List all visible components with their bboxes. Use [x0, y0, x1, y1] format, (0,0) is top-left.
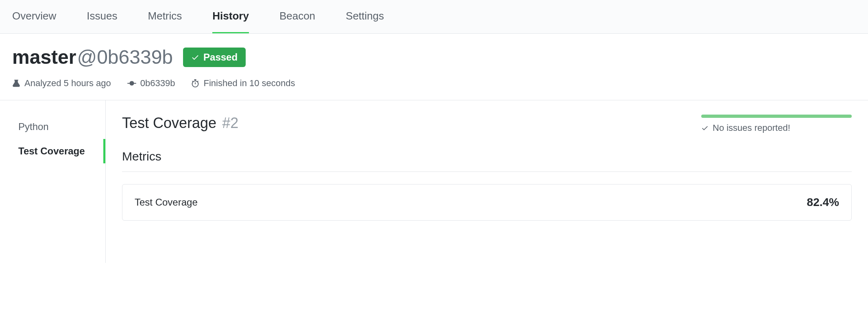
tab-beacon[interactable]: Beacon [279, 0, 315, 33]
commit-hash: 0b6339b [97, 46, 173, 68]
main-title-group: Test Coverage #2 [122, 115, 238, 132]
status-message: No issues reported! [713, 123, 790, 133]
main-header: Test Coverage #2 No issues reported! [122, 115, 852, 133]
title-row: master@0b6339b Passed [12, 46, 856, 68]
badge-label: Passed [203, 52, 238, 63]
tab-settings[interactable]: Settings [346, 0, 384, 33]
finished-meta: Finished in 10 seconds [191, 78, 295, 89]
metric-label: Test Coverage [135, 197, 198, 208]
main-content: Test Coverage #2 No issues reported! Met… [106, 100, 868, 263]
sidebar: Python Test Coverage [0, 100, 106, 263]
status-text: No issues reported! [701, 123, 852, 133]
commit-icon [127, 79, 136, 88]
finished-text: Finished in 10 seconds [203, 78, 295, 89]
meta-row: Analyzed 5 hours ago 0b6339b Finished in… [12, 78, 856, 89]
page-title: Test Coverage [122, 115, 216, 132]
tab-metrics[interactable]: Metrics [148, 0, 182, 33]
top-nav: Overview Issues Metrics History Beacon S… [0, 0, 868, 34]
branch-name: master [12, 46, 76, 68]
analyzed-meta: Analyzed 5 hours ago [12, 78, 111, 89]
status-block: No issues reported! [701, 115, 852, 133]
tab-overview[interactable]: Overview [12, 0, 56, 33]
page-title-number: #2 [222, 115, 238, 132]
commit-meta[interactable]: 0b6339b [127, 78, 175, 89]
beaker-icon [12, 79, 20, 88]
sidebar-item-test-coverage[interactable]: Test Coverage [0, 139, 105, 163]
metric-value: 82.4% [807, 196, 839, 209]
tab-issues[interactable]: Issues [87, 0, 117, 33]
metrics-section-title: Metrics [122, 150, 852, 172]
analyzed-text: Analyzed 5 hours ago [24, 78, 111, 89]
status-badge: Passed [183, 48, 246, 67]
check-icon [191, 53, 199, 61]
progress-bar [701, 115, 852, 118]
at-symbol: @ [77, 46, 97, 68]
sidebar-item-python[interactable]: Python [0, 115, 105, 139]
stopwatch-icon [191, 79, 199, 88]
commit-text: 0b6339b [140, 78, 175, 89]
content: Python Test Coverage Test Coverage #2 No… [0, 100, 868, 263]
title: master@0b6339b [12, 46, 173, 68]
metric-card: Test Coverage 82.4% [122, 184, 852, 221]
check-icon [701, 124, 709, 132]
tab-history[interactable]: History [212, 0, 249, 33]
header-section: master@0b6339b Passed Analyzed 5 hours a… [0, 34, 868, 100]
